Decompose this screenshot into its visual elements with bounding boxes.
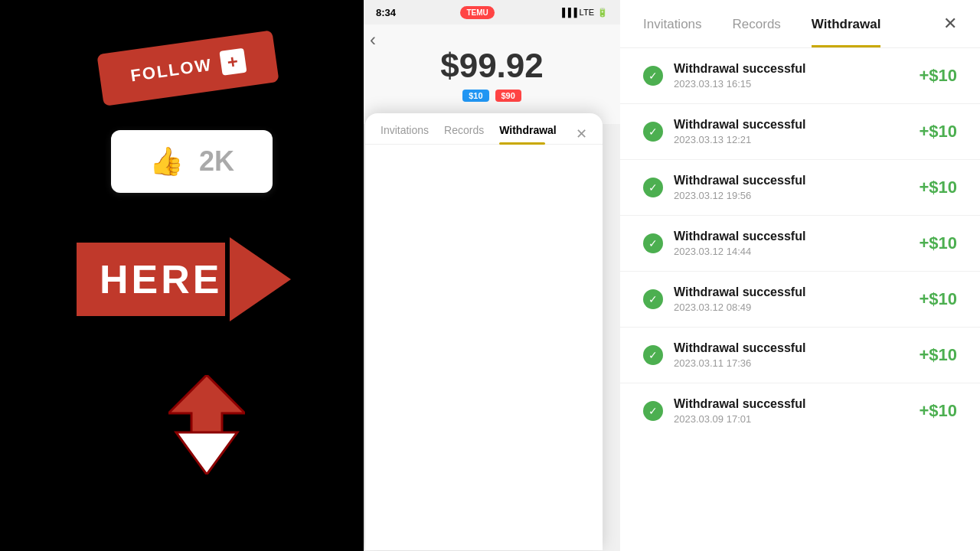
withdrawal-date: 2023.03.13 16:15	[674, 78, 908, 90]
withdrawal-amount: +$10	[919, 66, 957, 86]
status-time: 8:34	[376, 7, 396, 18]
right-arrow-icon	[230, 237, 291, 321]
price-badge-2: $90	[495, 90, 521, 102]
withdrawal-title: Withdrawal successful	[674, 341, 908, 355]
withdrawal-date: 2023.03.12 19:56	[674, 190, 908, 201]
phone-screen: 8:34 TEMU ▐▐▐ LTE 🔋 ‹ $99.92 $10 $90 Inv…	[364, 0, 620, 551]
tab-invitations[interactable]: Invitations	[643, 0, 702, 47]
withdrawal-title: Withdrawal successful	[674, 174, 908, 187]
like-card: 👍 2K	[111, 130, 273, 193]
float-tab-withdrawal[interactable]: Withdrawal	[499, 124, 557, 144]
withdrawal-info: Withdrawal successful 2023.03.12 14:44	[674, 230, 908, 257]
float-dialog-content	[365, 145, 603, 550]
withdrawal-item: ✓ Withdrawal successful 2023.03.09 17:01…	[620, 383, 980, 439]
withdrawal-date: 2023.03.11 17:36	[674, 357, 908, 369]
svg-marker-1	[176, 432, 237, 474]
withdrawal-amount: +$10	[919, 178, 957, 197]
price-area: $99.92 $10 $90	[364, 24, 620, 124]
tab-withdrawal[interactable]: Withdrawal	[812, 0, 881, 47]
success-icon: ✓	[643, 345, 663, 365]
withdrawal-amount: +$10	[919, 289, 957, 309]
withdrawal-info: Withdrawal successful 2023.03.12 19:56	[674, 174, 908, 201]
tab-records[interactable]: Records	[733, 0, 781, 47]
withdrawal-title: Withdrawal successful	[674, 62, 908, 76]
withdrawal-title: Withdrawal successful	[674, 118, 908, 132]
temu-badge: TEMU	[460, 6, 494, 19]
right-tabs: Invitations Records Withdrawal ✕	[620, 0, 980, 48]
withdrawal-item: ✓ Withdrawal successful 2023.03.11 17:36…	[620, 328, 980, 383]
close-button[interactable]: ✕	[943, 15, 957, 32]
withdrawal-item: ✓ Withdrawal successful 2023.03.12 19:56…	[620, 160, 980, 216]
success-icon: ✓	[643, 233, 663, 253]
withdrawal-item: ✓ Withdrawal successful 2023.03.13 16:15…	[620, 48, 980, 104]
battery-icon: 🔋	[597, 8, 608, 18]
float-tab-records[interactable]: Records	[444, 124, 484, 144]
float-tab-invitations[interactable]: Invitations	[381, 124, 429, 144]
status-icons: ▐▐▐ LTE 🔋	[559, 8, 608, 18]
float-close-button[interactable]: ✕	[576, 126, 587, 142]
here-label: HERE	[77, 243, 245, 316]
success-icon: ✓	[643, 401, 663, 421]
floating-dialog: Invitations Records Withdrawal ✕	[365, 113, 603, 550]
withdrawal-info: Withdrawal successful 2023.03.13 12:21	[674, 118, 908, 145]
withdrawal-amount: +$10	[919, 345, 957, 365]
thumbs-up-icon: 👍	[149, 145, 184, 178]
withdrawal-date: 2023.03.13 12:21	[674, 134, 908, 145]
withdrawal-title: Withdrawal successful	[674, 285, 908, 299]
withdrawal-list: ✓ Withdrawal successful 2023.03.13 16:15…	[620, 48, 980, 551]
success-icon: ✓	[643, 122, 663, 142]
like-count: 2K	[199, 145, 234, 178]
withdrawal-item: ✓ Withdrawal successful 2023.03.12 08:49…	[620, 272, 980, 328]
withdrawal-amount: +$10	[919, 122, 957, 142]
follow-plus: +	[220, 48, 247, 76]
withdrawal-item: ✓ Withdrawal successful 2023.03.13 12:21…	[620, 104, 980, 160]
float-tab-indicator	[499, 142, 545, 145]
withdrawal-date: 2023.03.12 08:49	[674, 302, 908, 313]
withdrawal-title: Withdrawal successful	[674, 230, 908, 243]
left-section: FOLLOW + 👍 2K HERE	[0, 0, 364, 551]
withdrawal-date: 2023.03.09 17:01	[674, 413, 908, 425]
follow-label: FOLLOW	[129, 55, 214, 86]
phone-status-bar: 8:34 TEMU ▐▐▐ LTE 🔋	[364, 0, 620, 24]
price-display: $99.92	[440, 47, 544, 85]
withdrawal-info: Withdrawal successful 2023.03.11 17:36	[674, 341, 908, 369]
down-arrow-icon	[168, 375, 245, 478]
price-badge-1: $10	[462, 90, 488, 102]
price-badges: $10 $90	[462, 90, 521, 102]
withdrawal-item: ✓ Withdrawal successful 2023.03.12 14:44…	[620, 216, 980, 272]
float-dialog-tabs: Invitations Records Withdrawal ✕	[365, 113, 603, 145]
right-panel: Invitations Records Withdrawal ✕ ✓ Withd…	[620, 0, 980, 551]
svg-marker-0	[168, 375, 245, 436]
success-icon: ✓	[643, 66, 663, 86]
withdrawal-amount: +$10	[919, 233, 957, 253]
withdrawal-amount: +$10	[919, 401, 957, 421]
withdrawal-info: Withdrawal successful 2023.03.12 08:49	[674, 285, 908, 313]
signal-icon: ▐▐▐ LTE	[559, 8, 594, 17]
back-button[interactable]: ‹	[370, 29, 376, 51]
here-container: HERE	[77, 237, 291, 321]
success-icon: ✓	[643, 178, 663, 197]
withdrawal-title: Withdrawal successful	[674, 397, 908, 411]
withdrawal-date: 2023.03.12 14:44	[674, 246, 908, 257]
success-icon: ✓	[643, 289, 663, 309]
withdrawal-info: Withdrawal successful 2023.03.13 16:15	[674, 62, 908, 90]
withdrawal-info: Withdrawal successful 2023.03.09 17:01	[674, 397, 908, 425]
follow-button[interactable]: FOLLOW +	[96, 30, 279, 106]
